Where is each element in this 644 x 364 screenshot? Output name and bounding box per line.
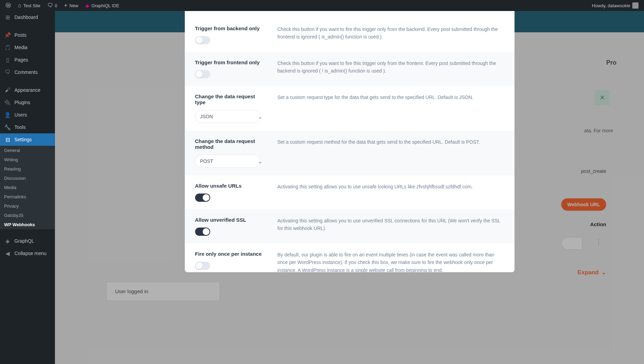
- admin-bar: ⓦ ⌂Test Site 🗨0 +New ◈GraphiQL IDE Howdy…: [0, 0, 644, 11]
- comments-count: 0: [55, 3, 57, 8]
- graphiql-link[interactable]: ◈GraphiQL IDE: [82, 0, 122, 11]
- comment-icon: 🗨: [47, 2, 53, 9]
- site-name: Test Site: [23, 3, 41, 8]
- wp-logo[interactable]: ⓦ: [3, 0, 14, 11]
- howdy-text: Howdy, datawookie: [592, 3, 630, 8]
- new-link[interactable]: +New: [61, 0, 81, 11]
- graphql-icon: ◈: [85, 2, 89, 9]
- user-menu[interactable]: Howdy, datawookie: [589, 0, 641, 11]
- comments-link[interactable]: 🗨0: [45, 0, 60, 11]
- avatar: [632, 2, 639, 9]
- site-link[interactable]: ⌂Test Site: [15, 0, 43, 11]
- wordpress-icon: ⓦ: [5, 2, 11, 9]
- graphiql-label: GraphiQL IDE: [91, 3, 119, 8]
- home-icon: ⌂: [18, 2, 21, 9]
- plus-icon: +: [64, 2, 67, 9]
- new-label: New: [69, 3, 78, 8]
